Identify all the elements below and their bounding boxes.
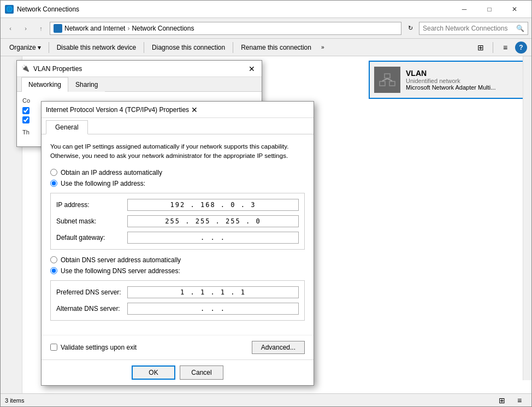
refresh-button[interactable]: ↻ [404,22,417,35]
ip-address-input[interactable]: 192 . 168 . 0 . 3 [127,199,299,211]
view-button[interactable]: ⊞ [473,40,488,55]
status-view-btn-1[interactable]: ⊞ [494,393,510,408]
auto-dns-radio[interactable] [50,256,57,263]
dns-radio-group: Obtain DNS server address automatically … [50,256,305,275]
vlan-tab-sharing[interactable]: Sharing [68,77,105,92]
ipv4-tabs: General [42,118,314,134]
svg-rect-6 [390,82,394,85]
advanced-button[interactable]: Advanced... [252,341,305,354]
search-icon: 🔍 [516,25,524,32]
ip-address-row: IP address: 192 . 168 . 0 . 3 [56,199,299,211]
vlan-dialog-close[interactable]: ✕ [246,63,257,74]
manual-dns-row: Use the following DNS server addresses: [50,267,305,275]
preferred-dns-input[interactable]: 1 . 1 . 1 . 1 [127,286,299,298]
maximize-button[interactable]: □ [477,1,502,18]
organize-label: Organize [9,44,36,51]
network-card[interactable]: VLAN Unidentified network Microsoft Netw… [369,61,527,99]
diagnose-label: Diagnose this connection [152,44,225,51]
cancel-button[interactable]: Cancel [180,365,223,380]
title-bar: 🌐 Network Connections ─ □ ✕ [1,1,531,18]
subnet-mask-input[interactable]: 255 . 255 . 255 . 0 [127,215,299,227]
ipv4-tab-general[interactable]: General [46,120,88,134]
alternate-dns-label: Alternate DNS server: [56,305,127,312]
auto-ip-label[interactable]: Obtain an IP address automatically [61,169,162,176]
path-icon [54,24,62,33]
auto-dns-label[interactable]: Obtain DNS server address automatically [61,256,181,264]
status-bar: 3 items ⊞ ≡ [1,393,531,406]
ip-fields-box: IP address: 192 . 168 . 0 . 3 Subnet mas… [50,193,305,250]
validate-label[interactable]: Validate settings upon exit [61,344,137,351]
details-view-button[interactable]: ≡ [498,40,513,55]
search-input[interactable] [423,25,516,32]
path-current: Network Connections [132,25,194,32]
manual-ip-radio[interactable] [50,180,57,187]
address-bar: ‹ › ↑ Network and Internet › Network Con… [1,18,531,39]
ipv4-body: You can get IP settings assigned automat… [42,134,314,335]
dns-section: Obtain DNS server address automatically … [50,256,305,321]
default-gateway-input[interactable]: . . . [127,232,299,244]
minimize-button[interactable]: ─ [452,1,477,18]
organize-button[interactable]: Organize ▾ [5,40,45,55]
alternate-dns-row: Alternate DNS server: . . . [56,303,299,315]
svg-rect-7 [385,74,389,78]
toolbar-sep-v [493,42,493,53]
path-root: Network and Internet [64,25,125,32]
network-card-info: VLAN Unidentified network Microsoft Netw… [406,69,522,91]
toolbar: Organize ▾ Disable this network device D… [1,39,531,56]
alternate-dns-value: . . . [200,305,226,312]
network-card-icon [374,67,400,93]
window-icon: 🌐 [5,5,14,14]
preferred-dns-row: Preferred DNS server: 1 . 1 . 1 . 1 [56,286,299,298]
scrollbar-vertical[interactable] [523,56,531,380]
vlan-dialog-title: VLAN Properties [33,65,246,73]
rename-button[interactable]: Rename this connection [237,40,316,55]
ipv4-properties-dialog: Internet Protocol Version 4 (TCP/IPv4) P… [41,101,314,386]
network-name: VLAN [406,69,522,78]
toolbar-separator-1 [49,42,49,53]
organize-arrow: ▾ [38,44,41,51]
toolbar-separator-3 [233,42,233,53]
vlan-dialog-title-bar: 🔌 VLAN Properties ✕ [17,61,262,77]
svg-line-4 [387,79,392,81]
search-box[interactable]: 🔍 [419,22,528,35]
ip-address-label: IP address: [56,201,127,209]
dns-fields-box: Preferred DNS server: 1 . 1 . 1 . 1 Alte… [50,280,305,321]
up-button[interactable]: ↑ [34,22,48,35]
ip-address-value: 192 . 168 . 0 . 3 [170,201,256,209]
manual-ip-label[interactable]: Use the following IP address: [61,180,145,187]
alternate-dns-input[interactable]: . . . [127,303,299,315]
subnet-mask-row: Subnet mask: 255 . 255 . 255 . 0 [56,215,299,227]
more-button[interactable]: » [317,40,329,55]
network-adapter: Microsoft Network Adapter Multi... [406,84,522,91]
default-gateway-value: . . . [200,234,226,241]
auto-ip-radio[interactable] [50,169,57,176]
default-gateway-label: Default gateway: [56,234,127,241]
rename-label: Rename this connection [241,44,311,51]
vlan-tab-networking[interactable]: Networking [21,77,68,92]
svg-line-3 [382,79,387,81]
validate-checkbox[interactable] [50,344,57,351]
svg-rect-5 [380,82,385,85]
window-controls: ─ □ ✕ [452,1,527,18]
manual-ip-row: Use the following IP address: [50,180,305,187]
vlan-checkbox-2[interactable] [22,116,29,123]
diagnose-button[interactable]: Diagnose this connection [147,40,229,55]
default-gateway-row: Default gateway: . . . [56,232,299,244]
ok-button[interactable]: OK [132,365,175,380]
manual-dns-label[interactable]: Use the following DNS server addresses: [61,267,180,275]
back-button[interactable]: ‹ [4,22,17,35]
auto-ip-row: Obtain an IP address automatically [50,169,305,176]
items-count: 3 items [5,397,24,404]
help-button[interactable]: ? [515,42,527,54]
close-button[interactable]: ✕ [502,1,527,18]
ipv4-footer-row: Validate settings upon exit Advanced... [42,335,314,359]
auto-dns-row: Obtain DNS server address automatically [50,256,305,264]
vlan-checkbox[interactable] [22,107,29,114]
ipv4-dialog-close[interactable]: ✕ [189,104,200,115]
address-path[interactable]: Network and Internet › Network Connectio… [50,22,401,35]
status-bar-right: ⊞ ≡ [494,393,527,408]
manual-dns-radio[interactable] [50,267,57,274]
forward-button[interactable]: › [19,22,32,35]
disable-button[interactable]: Disable this network device [52,40,140,55]
status-view-btn-2[interactable]: ≡ [512,393,527,408]
